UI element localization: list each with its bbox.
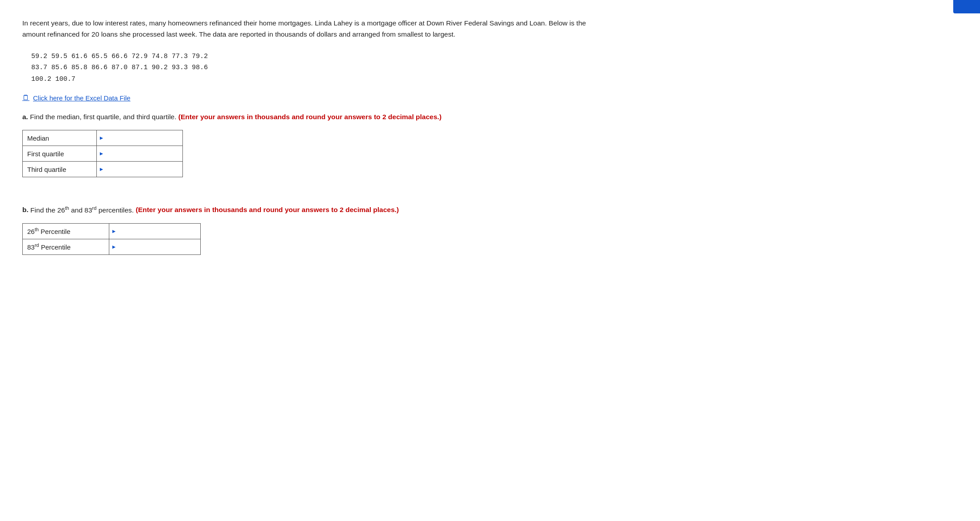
intro-paragraph: In recent years, due to low interest rat… (22, 18, 602, 40)
p26-input-cell[interactable]: ► (109, 223, 201, 239)
question-a-table: Median ► First quartile ► (22, 130, 183, 177)
p26-input[interactable] (118, 224, 200, 239)
p83-input-cell[interactable]: ► (109, 239, 201, 254)
table-row: Third quartile ► (23, 162, 183, 177)
question-b-text: Find the 26th and 83rd percentiles. (30, 206, 136, 214)
data-values-block: 59.2 59.5 61.6 65.5 66.6 72.9 74.8 77.3 … (31, 51, 602, 85)
first-quartile-input[interactable] (106, 146, 182, 161)
first-quartile-arrow-icon: ► (97, 150, 106, 157)
p83-arrow-icon: ► (109, 244, 118, 250)
question-a-letter: a. (22, 113, 28, 121)
table-row: First quartile ► (23, 146, 183, 162)
p83-label: 83rd Percentile (23, 239, 109, 254)
question-b-letter: b. (22, 206, 29, 214)
table-row: 26th Percentile ► (23, 223, 201, 239)
excel-link-text[interactable]: Click here for the Excel Data File (33, 94, 130, 102)
median-input[interactable] (106, 130, 182, 146)
data-row-2: 83.7 85.6 85.8 86.6 87.0 87.1 90.2 93.3 … (31, 62, 602, 74)
data-row-1: 59.2 59.5 61.6 65.5 66.6 72.9 74.8 77.3 … (31, 51, 602, 63)
question-a-instruction: (Enter your answers in thousands and rou… (178, 113, 442, 121)
table-row: Median ► (23, 130, 183, 146)
data-row-3: 100.2 100.7 (31, 74, 602, 85)
question-a-block: a. Find the median, first quartile, and … (22, 112, 602, 177)
third-quartile-arrow-icon: ► (97, 166, 106, 172)
third-quartile-input-cell[interactable]: ► (97, 162, 183, 177)
first-quartile-label: First quartile (23, 146, 97, 162)
median-label: Median (23, 130, 97, 146)
question-b-block: b. Find the 26th and 83rd percentiles. (… (22, 204, 602, 254)
question-b-instruction: (Enter your answers in thousands and rou… (136, 206, 399, 214)
p26-label: 26th Percentile (23, 223, 109, 239)
median-input-cell[interactable]: ► (97, 130, 183, 146)
question-a-text: Find the median, first quartile, and thi… (30, 113, 178, 121)
question-b-table: 26th Percentile ► 83rd Percentile ► (22, 223, 201, 255)
median-arrow-icon: ► (97, 135, 106, 141)
question-a-label: a. Find the median, first quartile, and … (22, 112, 602, 122)
table-row: 83rd Percentile ► (23, 239, 201, 254)
third-quartile-label: Third quartile (23, 162, 97, 177)
first-quartile-input-cell[interactable]: ► (97, 146, 183, 162)
question-b-label: b. Find the 26th and 83rd percentiles. (… (22, 204, 602, 215)
p83-input[interactable] (118, 239, 200, 254)
p26-arrow-icon: ► (109, 228, 118, 234)
third-quartile-input[interactable] (106, 162, 182, 177)
excel-icon: 🗒 (22, 94, 29, 102)
excel-link[interactable]: 🗒 Click here for the Excel Data File (22, 94, 602, 102)
